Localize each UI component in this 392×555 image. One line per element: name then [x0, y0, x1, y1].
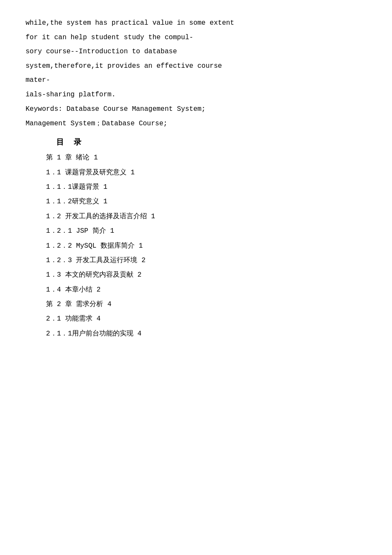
toc-item-5: 1．2．1 JSP 简介 1 — [26, 225, 366, 237]
toc-item-3: 1．1．2研究意义 1 — [26, 195, 366, 208]
toc-item-12: 2．1．1用户前台功能的实现 4 — [26, 327, 366, 340]
text-paragraph3: sory course--Introduction to database — [26, 48, 177, 55]
toc-item-6: 1．2．2 MySQL 数据库简介 1 — [26, 240, 366, 252]
paragraph-sory: sory course--Introduction to database — [26, 46, 366, 58]
keywords-line1: Keywords: Database Course Management Sys… — [26, 103, 366, 116]
keywords-label: Keywords: Database Course Management Sys… — [26, 105, 205, 113]
toc-item-11: 2．1 功能需求 4 — [26, 312, 366, 325]
text-paragraph4: system,therefore,it provides an effectiv… — [26, 62, 222, 70]
paragraph-for: for it can help student study the compul… — [26, 32, 366, 44]
toc-item-2: 1．1．1课题背景 1 — [26, 181, 366, 194]
toc-item-label-4: 1．2 开发工具的选择及语言介绍 1 — [46, 213, 155, 220]
toc-item-label-12: 2．1．1用户前台功能的实现 4 — [46, 330, 141, 338]
toc-item-label-3: 1．1．2研究意义 1 — [46, 198, 107, 205]
toc-item-label-1: 1．1 课题背景及研究意义 1 — [46, 169, 135, 176]
toc-item-label-10: 第 2 章 需求分析 4 — [46, 301, 112, 308]
toc-item-8: 1．3 本文的研究内容及贡献 2 — [26, 269, 366, 281]
text-paragraph6: ials-sharing platform. — [26, 91, 115, 98]
toc-item-4: 1．2 开发工具的选择及语言介绍 1 — [26, 210, 366, 223]
toc-item-label-11: 2．1 功能需求 4 — [46, 315, 101, 323]
keywords-line2: Management System；Database Course; — [26, 118, 366, 130]
paragraph-mater: mater- — [26, 74, 366, 87]
text-paragraph1: while,the system has practical value in … — [26, 19, 234, 27]
page-content: while,the system has practical value in … — [0, 0, 392, 555]
toc-item-10: 第 2 章 需求分析 4 — [26, 298, 366, 311]
toc-item-label-7: 1．2．3 开发工具及运行环境 2 — [46, 257, 146, 264]
text-paragraph2: for it can help student study the compul… — [26, 34, 193, 41]
toc-title: 目 录 — [26, 137, 366, 147]
toc-item-1: 1．1 课题背景及研究意义 1 — [26, 166, 366, 179]
toc-item-label-8: 1．3 本文的研究内容及贡献 2 — [46, 271, 141, 279]
toc-item-7: 1．2．3 开发工具及运行环境 2 — [26, 254, 366, 267]
toc-item-label-6: 1．2．2 MySQL 数据库简介 1 — [46, 242, 143, 250]
toc-item-label-9: 1．4 本章小结 2 — [46, 286, 101, 294]
toc-item-0: 第 1 章 绪论 1 — [26, 151, 366, 164]
toc-item-label-0: 第 1 章 绪论 1 — [46, 154, 98, 162]
paragraph-ials: ials-sharing platform. — [26, 89, 366, 101]
paragraph-system: system,therefore,it provides an effectiv… — [26, 60, 366, 73]
toc-item-label-2: 1．1．1课题背景 1 — [46, 183, 107, 191]
toc-item-9: 1．4 本章小结 2 — [26, 283, 366, 296]
keywords-value: Management System；Database Course; — [26, 120, 167, 127]
paragraph-while: while,the system has practical value in … — [26, 17, 366, 30]
toc-item-label-5: 1．2．1 JSP 简介 1 — [46, 227, 114, 235]
text-paragraph5: mater- — [26, 76, 50, 84]
toc-section: 目 录 第 1 章 绪论 1 1．1 课题背景及研究意义 1 1．1．1课题背景… — [26, 137, 366, 340]
